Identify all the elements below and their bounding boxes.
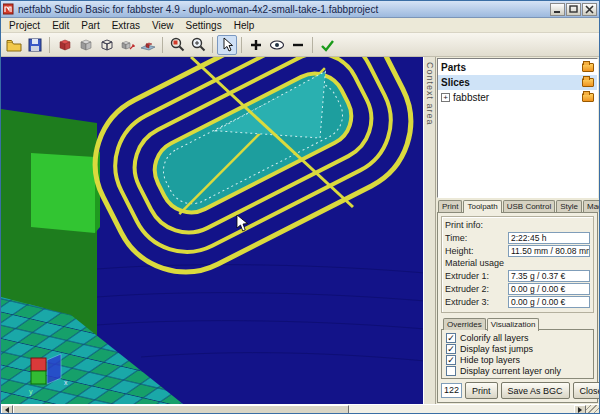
open-project-button[interactable]: [4, 35, 24, 55]
app-window: netfabb Studio Basic for fabbster 4.9 - …: [0, 0, 600, 414]
axis-x-label: x: [64, 379, 68, 386]
scene-render: x y: [1, 57, 423, 404]
context-area-strip[interactable]: Context area: [423, 57, 436, 404]
apply-button[interactable]: [317, 35, 337, 55]
checkbox-label: Hide top layers: [460, 355, 520, 365]
tree-item-parts[interactable]: Parts: [438, 60, 597, 75]
zoom-button[interactable]: [188, 35, 208, 55]
close-panel-button[interactable]: Close: [573, 382, 600, 399]
tab-visualization[interactable]: Visualization: [487, 318, 540, 331]
menu-project[interactable]: Project: [3, 20, 46, 31]
scrollbar-track[interactable]: [349, 405, 574, 414]
toolpath-tab-page: Print info: Time: 2:22:45 h Height: 11.5…: [437, 212, 598, 403]
cursor-arrow-icon: [220, 37, 235, 52]
maximize-button[interactable]: [566, 3, 581, 16]
minimize-button[interactable]: [550, 3, 565, 16]
tab-style[interactable]: Style: [556, 200, 582, 212]
add-part-button[interactable]: [246, 35, 266, 55]
zoom-part-icon: [170, 37, 185, 52]
extruder2-label: Extruder 2:: [445, 284, 508, 294]
check-icon: [320, 38, 335, 52]
menu-edit[interactable]: Edit: [46, 20, 75, 31]
context-menu-icon[interactable]: [582, 93, 594, 102]
visualization-page: ✓ Colorify all layers ✓ Display fast jum…: [441, 329, 594, 379]
main-area: x y Context area Parts Slices: [1, 57, 599, 404]
display-fast-jumps-checkbox[interactable]: ✓: [446, 344, 456, 354]
zoom-to-selection-button[interactable]: [167, 35, 187, 55]
move-cube-icon: [120, 38, 135, 52]
scrollbar-thumb[interactable]: [13, 405, 349, 414]
toolbar-separator: [162, 37, 163, 53]
resize-grip[interactable]: [586, 405, 599, 414]
magnifier-icon: [191, 37, 206, 52]
checkbox-row-hide-top: ✓ Hide top layers: [446, 354, 589, 365]
colorify-all-layers-checkbox[interactable]: ✓: [446, 333, 456, 343]
tab-overrides[interactable]: Overrides: [443, 318, 486, 330]
move-part-button[interactable]: [117, 35, 137, 55]
plus-icon: [249, 38, 263, 52]
scroll-right-button[interactable]: [574, 405, 586, 414]
toolbar-separator: [49, 37, 50, 53]
remove-part-button[interactable]: [288, 35, 308, 55]
extruder1-label: Extruder 1:: [445, 271, 508, 281]
part-cube-button[interactable]: [75, 35, 95, 55]
tree-item-fabbster[interactable]: + fabbster: [438, 90, 597, 105]
panel-tabs: Print Toolpath USB Control Style Machine: [436, 199, 599, 212]
platform-button[interactable]: [138, 35, 158, 55]
close-icon: [585, 5, 594, 14]
menu-help[interactable]: Help: [228, 20, 261, 31]
menu-view[interactable]: View: [146, 20, 180, 31]
tree-item-label: Parts: [441, 62, 466, 73]
context-menu-icon[interactable]: [582, 63, 594, 72]
checkbox-row-current-layer: Display current layer only: [446, 365, 589, 376]
menu-settings[interactable]: Settings: [180, 20, 228, 31]
tree-item-slices[interactable]: Slices: [438, 75, 597, 90]
grey-cube-icon: [78, 38, 93, 52]
tab-print[interactable]: Print: [438, 200, 462, 212]
current-layer-field[interactable]: 122: [441, 383, 462, 398]
menu-extras[interactable]: Extras: [106, 20, 146, 31]
context-menu-icon[interactable]: [582, 78, 594, 87]
toolbar: [1, 33, 599, 57]
panel-actions: 122 Print Save As BGC Close: [441, 379, 594, 399]
red-cube-icon: [57, 38, 72, 52]
hide-top-layers-checkbox[interactable]: ✓: [446, 355, 456, 365]
tab-machine[interactable]: Machine: [583, 200, 600, 212]
axis-y-label: y: [29, 388, 33, 396]
scene-tree: Parts Slices + fabbster: [437, 58, 598, 198]
checkbox-label: Colorify all layers: [460, 333, 529, 343]
tab-toolpath[interactable]: Toolpath: [463, 200, 501, 213]
checkbox-label: Display fast jumps: [460, 344, 533, 354]
print-button[interactable]: Print: [465, 382, 498, 399]
expander-icon[interactable]: +: [441, 93, 450, 102]
display-current-layer-checkbox[interactable]: [446, 366, 456, 376]
time-value: 2:22:45 h: [508, 232, 590, 244]
part-wire-cube-button[interactable]: [96, 35, 116, 55]
tab-usb-control[interactable]: USB Control: [503, 200, 555, 212]
toolbar-separator: [241, 37, 242, 53]
eye-icon: [269, 38, 285, 52]
toggle-visibility-button[interactable]: [267, 35, 287, 55]
height-value: 11.50 mm / 80.08 mm: [508, 245, 590, 257]
material-usage-title: Material usage: [445, 258, 590, 268]
viewport-3d[interactable]: x y: [1, 57, 423, 404]
horizontal-scrollbar: [1, 404, 599, 414]
checkbox-row-colorify: ✓ Colorify all layers: [446, 332, 589, 343]
select-cursor-button[interactable]: [217, 35, 237, 55]
context-area-label: Context area: [425, 62, 435, 404]
save-as-bgc-button[interactable]: Save As BGC: [501, 382, 570, 399]
app-icon: [3, 3, 15, 15]
scroll-left-button[interactable]: [1, 405, 13, 414]
arrow-left-icon: [5, 407, 9, 413]
extruder3-label: Extruder 3:: [445, 297, 508, 307]
save-disk-icon: [28, 38, 42, 52]
close-button[interactable]: [582, 3, 597, 16]
print-info-title: Print info:: [445, 220, 590, 230]
part-red-cube-button[interactable]: [54, 35, 74, 55]
menu-part[interactable]: Part: [75, 20, 105, 31]
extruder1-value: 7.35 g / 0.37 €: [508, 270, 590, 282]
open-folder-icon: [6, 38, 22, 52]
wire-cube-icon: [99, 38, 114, 52]
right-panel: Parts Slices + fabbster Print Toolpath U…: [436, 57, 599, 404]
save-project-button[interactable]: [25, 35, 45, 55]
